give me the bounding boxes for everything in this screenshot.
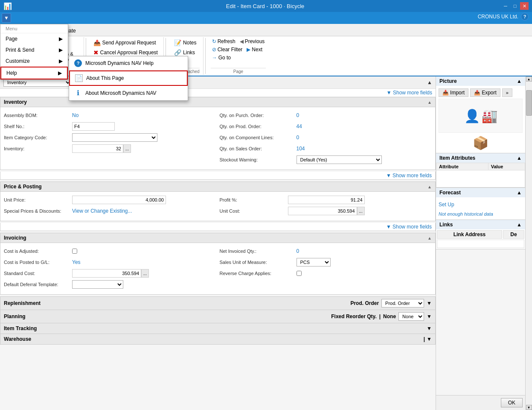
cost-posted-row: Cost is Posted to G/L: Yes	[4, 258, 216, 267]
warehouse-collapse-icon[interactable]: ▼	[427, 336, 432, 342]
qty-purch-value[interactable]: 0	[297, 112, 299, 118]
notes-btn[interactable]: 📝 Notes	[172, 38, 198, 47]
scroll-down-btn[interactable]: ▼	[526, 405, 532, 410]
show-more-arrow-inv: ▼	[386, 173, 391, 179]
item-attributes-collapse[interactable]: ▲	[517, 155, 522, 161]
standard-cost-ellipsis[interactable]: ...	[141, 269, 149, 278]
import-btn[interactable]: 📥 Import	[439, 88, 468, 97]
main-content[interactable]: Inventory General Price & Posting t of M…	[0, 76, 436, 410]
links-table: Link Address De	[436, 229, 525, 249]
item-category-select[interactable]	[72, 133, 157, 142]
expand-btn[interactable]: »	[502, 88, 512, 97]
ok-button[interactable]: OK	[501, 398, 523, 407]
links-collapse[interactable]: ▲	[517, 222, 522, 228]
help-button[interactable]: ?	[521, 13, 529, 20]
refresh-btn[interactable]: ↻ Refresh	[211, 38, 237, 45]
menu-page[interactable]: Page▶	[0, 33, 68, 44]
menu-customize[interactable]: Customize▶	[0, 56, 68, 67]
view-change-existing-link[interactable]: View or Change Existing...	[72, 208, 132, 214]
help-about-nav-item[interactable]: ℹ About Microsoft Dynamics NAV	[69, 86, 188, 100]
app-logo-icon: 📊	[3, 2, 12, 10]
picture-header[interactable]: Picture ▲	[436, 76, 525, 86]
vertical-scrollbar[interactable]: ▲ ▼	[525, 76, 532, 410]
price-posting-section: Price & Posting ▲ Unit Price: Special Pr…	[0, 182, 436, 231]
menu-print-send[interactable]: Print & Send▶	[0, 44, 68, 56]
inventory-qty-input[interactable]	[72, 144, 123, 153]
goto-btn[interactable]: → Go to	[211, 54, 232, 61]
clear-filter-btn[interactable]: ⊘ Clear Filter	[211, 46, 244, 53]
right-panel: Picture ▲ 📥 Import 📤 Export »	[436, 76, 525, 410]
cost-adjusted-checkbox[interactable]	[72, 249, 77, 254]
show-more-price[interactable]: ▼ Show more fields	[0, 223, 436, 231]
replenishment-section: Replenishment Prod. Order Prod. Order ▼	[0, 296, 436, 310]
item-tracking-header[interactable]: Item Tracking ▼	[0, 323, 436, 334]
inventory-qty-row: Inventory: ...	[4, 144, 216, 153]
quick-access-dropdown[interactable]: ▼	[2, 13, 11, 23]
invoicing-header[interactable]: Invoicing ▲	[0, 233, 436, 243]
picture-collapse-icon[interactable]: ▲	[517, 78, 522, 84]
inventory-section: Inventory ▲ Assembly BOM: No	[0, 97, 436, 180]
qty-sales-value[interactable]: 104	[297, 146, 305, 152]
qty-prod-row: Qty. on Prod. Order: 44	[220, 122, 432, 131]
forecast-setup-link[interactable]: Set Up	[439, 202, 454, 208]
show-more-inventory[interactable]: ▼ Show more fields	[0, 172, 436, 180]
unit-cost-row: Unit Cost: ...	[220, 206, 432, 216]
planning-select[interactable]: None	[398, 312, 424, 321]
replenishment-collapse-icon[interactable]: ▼	[427, 300, 432, 306]
planning-header[interactable]: Planning Fixed Reorder Qty. | None None …	[0, 310, 436, 323]
cost-posted-value[interactable]: Yes	[72, 259, 81, 265]
price-posting-header[interactable]: Price & Posting ▲	[0, 182, 436, 191]
send-approval-btn[interactable]: 📤 Send Approval Request	[91, 38, 160, 47]
close-button[interactable]: ✕	[520, 2, 529, 10]
help-about-page-item[interactable]: 📄 About This Page	[69, 70, 188, 86]
collapse-top-btn[interactable]: ▲	[427, 79, 432, 85]
links-header[interactable]: Links ▲	[436, 220, 525, 229]
ms-help-label: Microsoft Dynamics NAV Help	[85, 60, 154, 66]
scroll-up-btn[interactable]: ▲	[526, 76, 532, 82]
price-posting-collapse[interactable]: ▲	[427, 184, 432, 189]
item-tracking-collapse-icon[interactable]: ▼	[427, 325, 432, 331]
menu-help[interactable]: Help▶	[0, 67, 68, 79]
reverse-charge-checkbox[interactable]	[297, 271, 302, 276]
invoicing-collapse[interactable]: ▲	[427, 236, 432, 240]
planning-collapse-icon[interactable]: ▼	[427, 313, 432, 319]
qty-component-row: Qty. on Component Lines: 0	[220, 133, 432, 142]
shelf-no-input[interactable]	[72, 122, 115, 131]
qty-component-value[interactable]: 0	[297, 135, 299, 141]
clear-filter-label: Clear Filter	[218, 47, 243, 53]
window-title: Edit - Item Card - 1000 · Bicycle	[29, 3, 501, 9]
forecast-header[interactable]: Forecast ▲	[436, 188, 525, 197]
unit-cost-input[interactable]	[288, 207, 357, 215]
minimize-button[interactable]: ─	[501, 2, 510, 10]
previous-btn[interactable]: ◀ Previous	[238, 38, 266, 45]
profit-input[interactable]	[288, 196, 365, 204]
deferral-template-select[interactable]	[72, 280, 123, 289]
item-tracking-title: Item Tracking	[4, 325, 37, 331]
net-invoiced-value[interactable]: 0	[297, 248, 299, 254]
qty-prod-value[interactable]: 44	[297, 123, 302, 129]
unit-price-input[interactable]	[72, 196, 166, 204]
forecast-collapse[interactable]: ▲	[517, 190, 522, 196]
next-icon: ▶	[247, 47, 250, 53]
title-bar: 📊 Edit - Item Card - 1000 · Bicycle ─ □ …	[0, 0, 532, 12]
warehouse-header[interactable]: Warehouse | ▼	[0, 334, 436, 345]
inventory-collapse-icon[interactable]: ▲	[427, 100, 432, 105]
stockout-warning-select[interactable]: Default (Yes)	[297, 155, 382, 164]
replenishment-header[interactable]: Replenishment Prod. Order Prod. Order ▼	[0, 296, 436, 310]
scroll-thumb[interactable]	[526, 90, 532, 116]
standard-cost-input[interactable]	[72, 269, 141, 278]
sales-uom-select[interactable]: PCS	[297, 258, 331, 266]
inventory-section-header[interactable]: Inventory ▲	[0, 97, 436, 107]
assembly-bom-value[interactable]: No	[72, 112, 78, 118]
unit-cost-ellipsis[interactable]: ...	[357, 207, 365, 215]
replenishment-select[interactable]: Prod. Order	[381, 299, 424, 308]
item-attributes-header[interactable]: Item Attributes ▲	[436, 153, 525, 163]
warehouse-title: Warehouse	[4, 336, 31, 342]
show-more-fields-top[interactable]: ▼ Show more fields	[387, 90, 432, 96]
help-ms-item[interactable]: ? Microsoft Dynamics NAV Help	[69, 56, 188, 70]
next-btn[interactable]: ▶ Next	[245, 46, 264, 53]
inventory-qty-ellipsis[interactable]: ...	[123, 144, 131, 153]
export-btn[interactable]: 📤 Export	[470, 88, 500, 97]
maximize-button[interactable]: □	[511, 2, 519, 10]
refresh-icon: ↻	[212, 38, 216, 44]
